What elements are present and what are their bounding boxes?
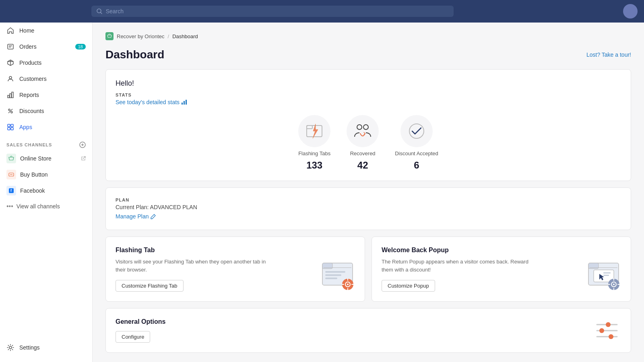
customize-flashing-tab-button[interactable]: Customize Flashing Tab bbox=[116, 280, 184, 292]
svg-rect-11 bbox=[12, 92, 13, 98]
recovered-label: Recovered bbox=[350, 150, 376, 156]
external-link-icon[interactable] bbox=[81, 156, 86, 161]
flashing-tabs-circle bbox=[298, 115, 330, 147]
sidebar-item-home-label: Home bbox=[19, 27, 34, 34]
sidebar-item-orders-label: Orders bbox=[19, 43, 37, 50]
breadcrumb: Recover by Oriontec / Dashboard bbox=[105, 32, 631, 40]
search-input[interactable] bbox=[106, 8, 449, 14]
sidebar-item-discounts-label: Discounts bbox=[19, 108, 44, 114]
pencil-icon bbox=[151, 214, 156, 219]
welcome-popup-illustration bbox=[586, 261, 623, 293]
svg-rect-17 bbox=[8, 128, 10, 130]
hello-card: Hello! STATS See today's detailed stats bbox=[105, 69, 631, 181]
welcome-popup-title: Welcome Back Popup bbox=[382, 247, 621, 254]
hello-greeting: Hello! bbox=[116, 79, 621, 88]
orders-badge: 18 bbox=[75, 44, 86, 49]
topbar bbox=[0, 0, 644, 23]
svg-rect-38 bbox=[325, 271, 345, 273]
page-header: Dashboard Lost? Take a tour! bbox=[105, 48, 631, 61]
sidebar-channel-buy-button[interactable]: Buy Button bbox=[0, 167, 92, 183]
flashing-tab-illustration bbox=[320, 261, 357, 293]
online-store-icon bbox=[6, 154, 16, 163]
general-options-card: General Options Configure bbox=[105, 308, 631, 353]
buy-button-icon bbox=[6, 170, 16, 179]
see-stats-link[interactable]: See today's detailed stats bbox=[116, 99, 621, 105]
svg-rect-9 bbox=[8, 95, 9, 98]
sidebar-item-discounts[interactable]: Discounts bbox=[0, 103, 92, 119]
reports-icon bbox=[6, 91, 14, 99]
discount-accepted-value: 6 bbox=[414, 160, 419, 171]
settings-icon bbox=[6, 343, 14, 352]
sidebar-item-products[interactable]: Products bbox=[0, 55, 92, 71]
breadcrumb-separator: / bbox=[168, 33, 169, 39]
svg-point-32 bbox=[357, 125, 362, 130]
svg-rect-28 bbox=[184, 101, 185, 105]
welcome-popup-desc: The Return Popup appears when a visitor … bbox=[382, 258, 537, 274]
svg-rect-15 bbox=[8, 124, 10, 127]
sidebar: Home Orders 18 Products Customers bbox=[0, 23, 93, 362]
flashing-tabs-label: Flashing Tabs bbox=[298, 150, 330, 156]
svg-rect-16 bbox=[11, 124, 13, 127]
facebook-icon: f bbox=[6, 186, 16, 195]
sidebar-item-customers[interactable]: Customers bbox=[0, 71, 92, 87]
flashing-tab-card: Flashing Tab Visitors will see your Flas… bbox=[105, 237, 365, 302]
svg-point-13 bbox=[11, 111, 12, 113]
current-plan-text: Current Plan: ADVANCED PLAN bbox=[116, 204, 621, 210]
tour-link[interactable]: Lost? Take a tour! bbox=[586, 51, 631, 58]
svg-rect-50 bbox=[590, 267, 617, 268]
customize-popup-button[interactable]: Customize Popup bbox=[382, 280, 435, 292]
sales-channels-section: SALES CHANNELS bbox=[0, 135, 92, 150]
chart-icon bbox=[181, 99, 188, 105]
breadcrumb-store: Recover by Oriontec bbox=[117, 33, 165, 39]
avatar bbox=[623, 4, 638, 19]
plan-label: PLAN bbox=[116, 197, 621, 202]
discounts-icon bbox=[6, 107, 14, 115]
discount-accepted-label: Discount Accepted bbox=[395, 150, 438, 156]
svg-line-1 bbox=[100, 12, 102, 14]
add-channel-icon[interactable] bbox=[79, 142, 86, 148]
svg-point-62 bbox=[606, 322, 611, 327]
search-icon bbox=[96, 8, 103, 14]
sidebar-item-settings[interactable]: Settings bbox=[0, 339, 92, 356]
sidebar-channel-online-store[interactable]: Online Store bbox=[0, 150, 92, 167]
svg-point-33 bbox=[363, 125, 368, 130]
sidebar-item-reports-label: Reports bbox=[19, 92, 39, 98]
stats-row: Flashing Tabs 133 bbox=[116, 115, 621, 171]
general-options-title: General Options bbox=[116, 318, 165, 325]
apps-icon bbox=[6, 123, 14, 131]
welcome-popup-card: Welcome Back Popup The Return Popup appe… bbox=[372, 237, 631, 302]
sidebar-channel-facebook[interactable]: f Facebook bbox=[0, 183, 92, 199]
settings-label: Settings bbox=[19, 344, 40, 351]
svg-point-12 bbox=[8, 109, 10, 111]
sidebar-item-home[interactable]: Home bbox=[0, 23, 92, 39]
svg-rect-53 bbox=[603, 275, 609, 276]
plan-card: PLAN Current Plan: ADVANCED PLAN Manage … bbox=[105, 187, 631, 230]
stat-recovered: Recovered 42 bbox=[347, 115, 379, 171]
view-all-channels[interactable]: ••• View all channels bbox=[0, 199, 92, 214]
feature-row: Flashing Tab Visitors will see your Flas… bbox=[105, 237, 631, 302]
svg-rect-52 bbox=[603, 272, 611, 274]
sidebar-item-apps[interactable]: Apps bbox=[0, 119, 92, 135]
svg-rect-2 bbox=[8, 44, 13, 49]
sidebar-item-orders[interactable]: Orders 18 bbox=[0, 39, 92, 55]
home-icon bbox=[6, 27, 14, 35]
online-store-label: Online Store bbox=[20, 155, 52, 162]
svg-line-14 bbox=[8, 109, 12, 113]
main-content: Recover by Oriontec / Dashboard Dashboar… bbox=[93, 23, 644, 362]
svg-point-8 bbox=[9, 76, 12, 79]
recovered-circle bbox=[347, 115, 379, 147]
sidebar-item-products-label: Products bbox=[19, 60, 41, 66]
svg-rect-39 bbox=[325, 274, 341, 276]
buy-button-label: Buy Button bbox=[20, 171, 48, 178]
stat-discount-accepted: Discount Accepted 6 bbox=[395, 115, 438, 171]
stat-flashing-tabs: Flashing Tabs 133 bbox=[298, 115, 330, 171]
search-bar[interactable] bbox=[91, 6, 454, 17]
svg-point-66 bbox=[609, 334, 613, 339]
svg-rect-29 bbox=[186, 100, 187, 105]
sidebar-item-apps-label: Apps bbox=[19, 124, 32, 130]
configure-button[interactable]: Configure bbox=[116, 331, 150, 343]
svg-point-64 bbox=[599, 328, 604, 333]
manage-plan-link[interactable]: Manage Plan bbox=[116, 213, 156, 220]
sidebar-item-reports[interactable]: Reports bbox=[0, 87, 92, 103]
flashing-tab-title: Flashing Tab bbox=[116, 247, 355, 254]
